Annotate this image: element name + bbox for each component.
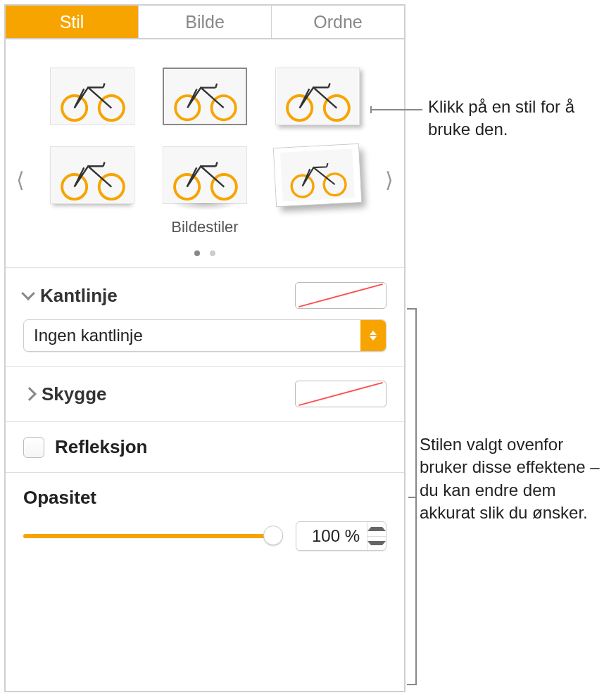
callout-leader-line [370,109,422,110]
border-section: Kantlinje Ingen kantlinje [6,267,404,366]
image-style-thumb[interactable] [50,146,134,204]
callout-bracket [407,308,417,685]
styles-prev-arrow[interactable]: ⟨ [16,170,25,191]
shadow-label: Skygge [42,383,107,405]
shadow-section: Skygge [6,366,404,421]
image-style-thumb[interactable] [163,68,247,125]
svg-line-18 [298,284,382,307]
image-style-thumb[interactable] [50,68,134,125]
stepper-down[interactable] [367,537,386,551]
border-disclosure[interactable]: Kantlinje [23,285,118,307]
stepper-up[interactable] [367,522,386,537]
callout-text: Stilen valgt ovenfor bruker disse effekt… [420,433,610,525]
reflection-checkbox[interactable] [23,437,44,458]
select-stepper-icon [360,320,386,351]
border-color-swatch[interactable] [295,282,386,309]
page-dot[interactable] [194,250,200,256]
callout-text: Klikk på en stil for å bruke den. [428,96,604,141]
tab-stil[interactable]: Stil [6,6,139,38]
styles-next-arrow[interactable]: ⟩ [385,170,394,191]
border-style-value: Ingen kantlinje [24,320,360,351]
style-page-dots [20,241,390,260]
image-style-grid [20,68,390,204]
opacity-section: Opasitet 100 % [6,472,404,565]
image-style-thumb[interactable] [163,146,247,204]
svg-line-19 [298,383,382,405]
shadow-disclosure[interactable]: Skygge [23,383,107,405]
image-style-thumb[interactable] [275,68,360,125]
tab-ordne[interactable]: Ordne [272,6,404,38]
border-style-select[interactable]: Ingen kantlinje [23,319,386,352]
page-dot[interactable] [210,250,215,256]
opacity-slider[interactable] [23,526,283,547]
opacity-label: Opasitet [23,487,386,509]
slider-thumb[interactable] [263,526,283,545]
image-styles-label: Bildestiler [20,218,390,236]
shadow-swatch[interactable] [295,381,386,407]
image-style-thumb[interactable] [274,144,361,206]
chevron-down-icon [21,286,35,300]
tab-bilde[interactable]: Bilde [139,6,272,38]
format-panel: Stil Bilde Ordne ⟨ ⟩ Bildestiler Kantlin… [4,4,406,692]
reflection-label: Refleksjon [55,436,148,458]
reflection-section: Refleksjon [6,421,404,472]
opacity-stepper[interactable]: 100 % [296,521,386,551]
opacity-value: 100 % [296,522,367,550]
border-label: Kantlinje [40,285,118,307]
chevron-right-icon [23,387,37,401]
svg-rect-15 [280,148,355,201]
image-styles-area: ⟨ ⟩ Bildestiler [6,39,404,267]
tab-bar: Stil Bilde Ordne [6,6,404,39]
